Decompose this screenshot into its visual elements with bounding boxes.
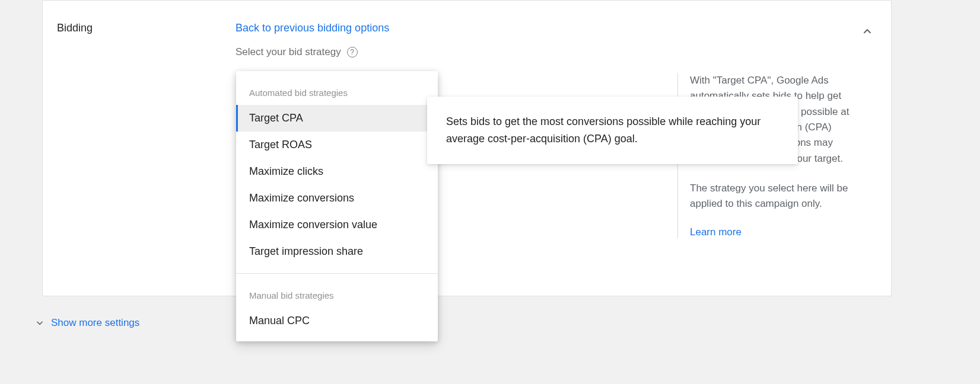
show-more-settings[interactable]: Show more settings <box>34 317 139 329</box>
section-title-wrap: Bidding <box>57 22 93 34</box>
show-more-text: Show more settings <box>51 317 139 329</box>
help-icon[interactable]: ? <box>347 47 358 57</box>
collapse-button[interactable] <box>855 20 879 43</box>
select-strategy-label: Select your bid strategy <box>236 46 341 58</box>
back-to-previous-link[interactable]: Back to previous bidding options <box>236 22 389 34</box>
learn-more-link[interactable]: Learn more <box>690 226 742 238</box>
select-strategy-label-row: Select your bid strategy ? <box>236 46 389 58</box>
bidding-content: Back to previous bidding options Select … <box>236 22 389 58</box>
bid-strategy-dropdown[interactable]: Automated bid strategies Target CPA Targ… <box>236 71 438 341</box>
dropdown-item-maximize-clicks[interactable]: Maximize clicks <box>236 158 438 185</box>
dropdown-group-automated: Automated bid strategies <box>236 71 438 105</box>
dropdown-item-maximize-conversion-value[interactable]: Maximize conversion value <box>236 212 438 238</box>
dropdown-item-target-impression-share[interactable]: Target impression share <box>236 238 438 265</box>
dropdown-item-target-roas[interactable]: Target ROAS <box>236 132 438 158</box>
dropdown-item-target-cpa[interactable]: Target CPA <box>236 105 438 132</box>
help-paragraph-2: The strategy you select here will be app… <box>690 181 849 212</box>
tooltip-text: Sets bids to get the most conversions po… <box>446 113 779 148</box>
strategy-tooltip: Sets bids to get the most conversions po… <box>427 97 798 164</box>
chevron-up-icon <box>861 25 874 38</box>
dropdown-item-maximize-conversions[interactable]: Maximize conversions <box>236 185 438 212</box>
dropdown-item-manual-cpc[interactable]: Manual CPC <box>236 308 438 334</box>
chevron-down-icon <box>34 318 45 328</box>
section-title: Bidding <box>57 22 93 34</box>
dropdown-group-manual: Manual bid strategies <box>236 274 438 308</box>
